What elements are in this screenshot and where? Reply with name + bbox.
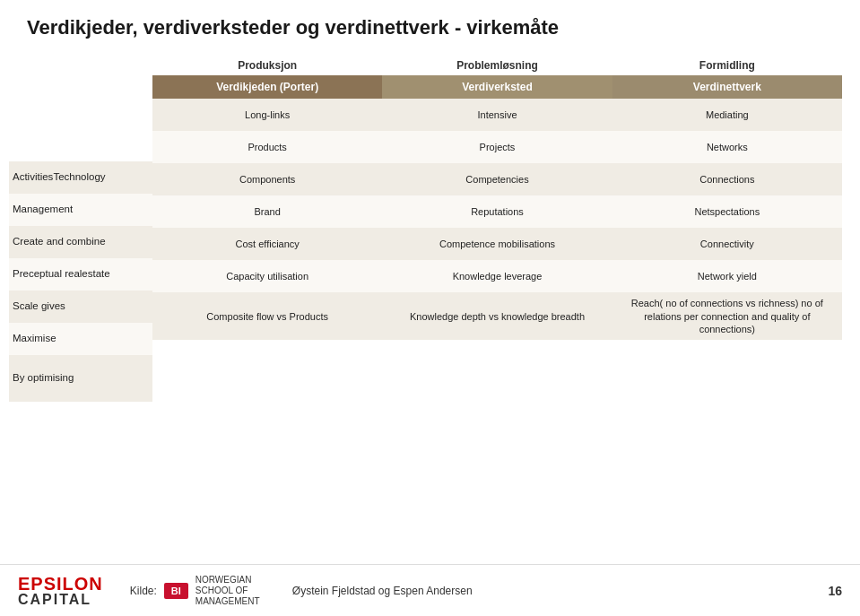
capital-text: CAPITAL	[18, 593, 103, 607]
row-label: Preceptual realestate	[9, 258, 152, 291]
col-top-header: Problemløsning	[382, 57, 612, 75]
row-label: By optimising	[9, 355, 152, 402]
col-subheader: Verdinettverk	[612, 75, 842, 99]
table-cell: Connections	[612, 163, 842, 195]
table-cell: Intensive	[382, 99, 612, 131]
table-cell: Composite flow vs Products	[152, 292, 382, 340]
table-cell: Competence mobilisations	[382, 228, 612, 260]
table-cell: Reach( no of connections vs richness) no…	[612, 292, 842, 340]
table-cell: Components	[152, 163, 382, 195]
top-headers: ProduksjonProblemløsningFormidling	[152, 57, 842, 75]
table-cell: Cost efficiancy	[152, 228, 382, 260]
table-cell: Brand	[152, 195, 382, 228]
table-row: Cost efficiancyCompetence mobilisationsC…	[152, 228, 842, 260]
row-labels-column: ActivitiesTechnologyManagementCreate and…	[9, 57, 152, 402]
table-cell: Capacity utilisation	[152, 260, 382, 292]
main-title: Verdikjeder, verdiverksteder og verdinet…	[0, 0, 860, 48]
table-row: Capacity utilisationKnowledge leverageNe…	[152, 260, 842, 292]
table-cell: Reputations	[382, 195, 612, 228]
table-row: Long-linksIntensiveMediating	[152, 99, 842, 131]
table-row: Composite flow vs ProductsKnowledge dept…	[152, 292, 842, 340]
col-top-header: Produksjon	[152, 57, 382, 75]
table-cell: Knowledge leverage	[382, 260, 612, 292]
table-cell: Knowledge depth vs knowledge breadth	[382, 292, 612, 340]
table-cell: Long-links	[152, 99, 382, 131]
kilde-label: Kilde:	[130, 585, 157, 597]
footer: EPSILON CAPITAL Kilde: BI NORWEGIAN SCHO…	[0, 564, 860, 616]
row-label: Scale gives	[9, 291, 152, 323]
table-cell: Competencies	[382, 163, 612, 195]
col-top-header: Formidling	[612, 57, 842, 75]
table-row: BrandReputationsNetspectations	[152, 195, 842, 228]
logo-area: EPSILON CAPITAL	[18, 575, 103, 607]
row-label: Management	[9, 194, 152, 226]
table-body: Long-linksIntensiveMediatingProductsProj…	[152, 99, 842, 340]
row-label: ActivitiesTechnology	[9, 161, 152, 194]
epsilon-text: EPSILON	[18, 575, 103, 593]
table-cell: Netspectations	[612, 195, 842, 228]
table-cell: Products	[152, 131, 382, 163]
table-cell: Connectivity	[612, 228, 842, 260]
table-cell: Networks	[612, 131, 842, 163]
bi-logo: BI	[164, 583, 188, 599]
row-label: Maximise	[9, 323, 152, 355]
table-cell: Mediating	[612, 99, 842, 131]
table-row: ProductsProjectsNetworks	[152, 131, 842, 163]
sub-headers: Verdikjeden (Porter)VerdiverkstedVerdine…	[152, 75, 842, 99]
footer-kilde: Kilde: BI NORWEGIAN SCHOOL OF MANAGEMENT…	[130, 575, 473, 607]
table-cell: Network yield	[612, 260, 842, 292]
col-subheader: Verdiverksted	[382, 75, 612, 99]
table-cell: Projects	[382, 131, 612, 163]
table-row: ComponentsCompetenciesConnections	[152, 163, 842, 195]
epsilon-capital-logo: EPSILON CAPITAL	[18, 575, 103, 607]
table-area: ProduksjonProblemløsningFormidling Verdi…	[152, 57, 842, 402]
col-subheader: Verdikjeden (Porter)	[152, 75, 382, 99]
school-name: NORWEGIAN SCHOOL OF MANAGEMENT	[195, 575, 276, 607]
page-number: 16	[828, 584, 842, 598]
row-label: Create and combine	[9, 226, 152, 258]
author-text: Øystein Fjeldstad og Espen Andersen	[292, 585, 473, 597]
